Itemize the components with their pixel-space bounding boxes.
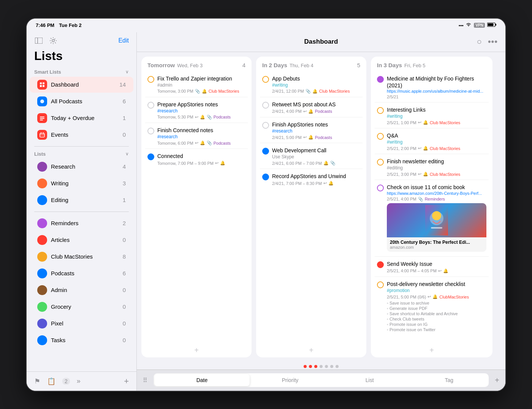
preview-card-title: 20th Century Boys: The Perfect Edi... <box>390 240 483 245</box>
tasks-count: 0 <box>123 337 126 343</box>
task-circle[interactable] <box>262 148 269 155</box>
note-icon[interactable]: 📋 <box>47 377 55 385</box>
column-in2days: In 2 Days Thu, Feb 4 5 App Debuts #writi… <box>256 57 366 357</box>
task-title: App Debuts <box>272 75 360 82</box>
add-list-button[interactable]: + <box>124 376 129 386</box>
tab-list[interactable]: List <box>330 373 409 387</box>
sidebar-item-editing[interactable]: Editing 1 <box>30 192 133 208</box>
task-circle[interactable] <box>147 153 154 160</box>
tasks-dot <box>37 335 47 345</box>
task-circle[interactable] <box>377 107 384 114</box>
tab-priority[interactable]: Priority <box>250 373 330 387</box>
tab-tag[interactable]: Tag <box>409 373 489 387</box>
tab-date[interactable]: Date <box>154 374 250 386</box>
smart-lists-label: Smart Lists <box>34 69 61 75</box>
settings-icon[interactable] <box>49 36 58 45</box>
table-row: Web Development Call Use Skype 2/4/21, 6… <box>260 144 363 169</box>
battery-icon <box>487 22 496 28</box>
sidebar-item-grocery[interactable]: Grocery 0 <box>30 299 133 315</box>
sidebar-item-clubmacstories[interactable]: Club MacStories 8 <box>30 249 133 265</box>
writing-count: 3 <box>123 180 126 186</box>
tab-date-label: Date <box>196 377 208 383</box>
forward-icon[interactable]: » <box>77 377 81 385</box>
preview-card[interactable]: 20th Century Boys: The Perfect Edi... am… <box>387 203 486 252</box>
task-title: Retweet MS post about AS <box>272 101 360 108</box>
task-tag: #writing <box>387 114 486 119</box>
grocery-count: 0 <box>123 303 126 310</box>
sidebar-item-today-overdue[interactable]: Today + Overdue 1 <box>30 110 133 126</box>
col3-add-button[interactable]: + <box>371 344 492 357</box>
svg-rect-6 <box>40 82 42 84</box>
sidebar-item-writing[interactable]: Writing 3 <box>30 175 133 191</box>
admin-label: Admin <box>51 287 119 293</box>
table-row: Finish Connected notes #research Tomorro… <box>145 124 248 149</box>
task-circle[interactable] <box>377 281 384 288</box>
sidebar-item-dashboard[interactable]: Dashboard 14 <box>30 77 133 93</box>
sidebar-panel-icon[interactable] <box>34 36 43 45</box>
sidebar-item-all-podcasts[interactable]: All Podcasts 6 <box>30 93 133 109</box>
svg-point-10 <box>40 99 44 103</box>
sidebar-item-admin[interactable]: Admin 0 <box>30 282 133 298</box>
task-circle[interactable] <box>377 76 384 83</box>
more-options-icon[interactable]: ••• <box>488 37 498 47</box>
list-item: ◦ Promote issue on IG <box>387 322 486 327</box>
task-body: Finish newsletter editing #editing 2/5/2… <box>387 158 486 177</box>
task-date: 2/5/21, 1:00 PM <box>387 120 416 125</box>
sidebar-item-pixel[interactable]: Pixel 0 <box>30 316 133 332</box>
today-overdue-dot <box>37 113 47 123</box>
editing-count: 1 <box>123 197 126 203</box>
sidebar-item-events[interactable]: Events 0 <box>30 127 133 143</box>
task-circle[interactable] <box>377 133 384 140</box>
sidebar-item-tasks[interactable]: Tasks 0 <box>30 332 133 348</box>
task-circle[interactable] <box>377 185 384 191</box>
table-row: Finish AppStories notes #research 2/4/21… <box>260 118 363 143</box>
task-meta: Tomorrow, 5:30 PM ↩ 🔔 📎 Podcasts <box>157 115 245 120</box>
edit-button[interactable]: Edit <box>118 37 129 44</box>
task-circle[interactable] <box>262 102 269 109</box>
sidebar-item-articles[interactable]: Articles 0 <box>30 232 133 248</box>
task-title: Check on issue 11 of comic book <box>387 184 486 191</box>
sidebar-item-podcasts[interactable]: Podcasts 6 <box>30 265 133 281</box>
task-meta: 2/5/21, 2:00 PM ↩ 🔔 Club MacStories <box>387 146 486 151</box>
task-circle[interactable] <box>147 76 154 83</box>
task-list-tag: Podcasts <box>214 141 231 145</box>
sidebar-item-reminders[interactable]: Reminders 2 <box>30 215 133 231</box>
sidebar-item-research[interactable]: Research 4 <box>30 159 133 175</box>
sidebar-divider-1 <box>34 146 129 147</box>
svg-rect-2 <box>488 24 494 26</box>
add-task-button[interactable]: + <box>495 376 499 385</box>
task-date: 2/5/21, 4:00 PM <box>387 197 416 201</box>
task-list-tag: Podcasts <box>214 115 231 119</box>
col1-add-button[interactable]: + <box>141 344 252 357</box>
task-circle[interactable] <box>147 128 154 134</box>
flag-icon[interactable]: ⚑ <box>34 377 40 385</box>
list-item: ◦ Check Club tweets <box>387 317 486 321</box>
task-circle[interactable] <box>377 261 384 268</box>
drag-handle-icon[interactable]: ⠿ <box>143 377 147 384</box>
task-body: Post-delivery newsletter checklist #prom… <box>387 281 486 332</box>
table-row: App Debuts #writing 2/4/21, 12:00 PM 📎 🔔… <box>260 72 363 97</box>
task-circle[interactable] <box>262 76 269 83</box>
task-circle[interactable] <box>262 174 269 180</box>
task-circle[interactable] <box>377 159 384 166</box>
columns-area: Tomorrow Wed, Feb 3 4 Fix Trello and Zap… <box>137 52 505 362</box>
articles-count: 0 <box>123 237 126 243</box>
col-header-2days: In 2 Days Thu, Feb 4 5 <box>256 57 366 72</box>
task-date: 2/5/21 <box>387 95 399 99</box>
table-row: Post-delivery newsletter checklist #prom… <box>375 278 489 335</box>
task-body: Record AppStories and Unwind 2/4/21, 7:0… <box>272 173 360 186</box>
circle-icon[interactable]: ○ <box>477 37 482 47</box>
table-row: Retweet MS post about AS 2/4/21, 4:00 PM… <box>260 98 363 117</box>
col2-add-button[interactable]: + <box>256 344 366 357</box>
task-circle[interactable] <box>147 102 154 109</box>
editing-dot <box>37 195 47 205</box>
task-icon-clip: 📎 <box>207 115 212 120</box>
task-icon-bell: 🔔 <box>443 268 448 273</box>
task-icon-reply: ↩ <box>215 161 218 166</box>
dot-6 <box>330 365 333 368</box>
task-date: 2/4/21, 7:00 PM – 8:30 PM <box>272 181 322 186</box>
task-tag: #editing <box>387 165 486 171</box>
svg-point-17 <box>432 211 441 220</box>
tasks-label: Tasks <box>51 337 119 343</box>
task-circle[interactable] <box>262 122 269 129</box>
